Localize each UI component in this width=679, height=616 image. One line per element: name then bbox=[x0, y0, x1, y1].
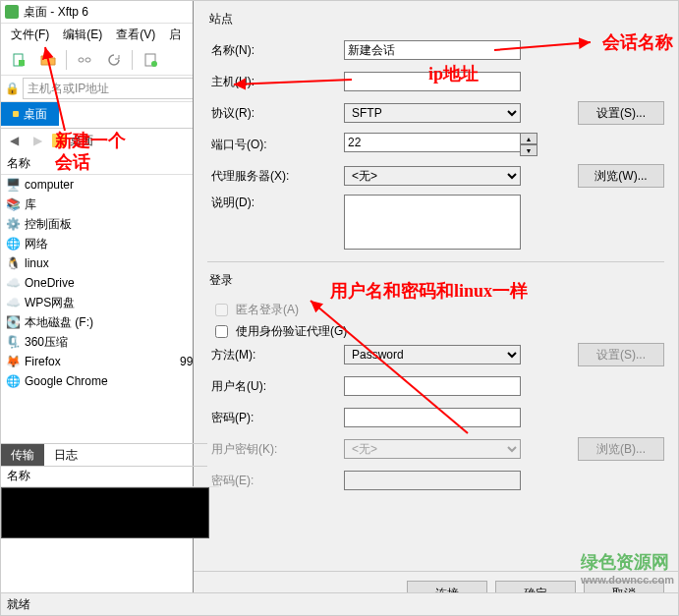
tree-item-label: Firefox bbox=[25, 355, 166, 368]
cloud-icon: ☁️ bbox=[5, 275, 21, 291]
session-dialog: 站点 名称(N): 主机(H): 协议(R):SFTP设置(S)... 端口号(… bbox=[193, 1, 678, 615]
reload-icon[interactable] bbox=[102, 48, 126, 72]
menu-edit[interactable]: 编辑(E) bbox=[57, 25, 108, 45]
tab-label: 桌面 bbox=[24, 106, 47, 123]
new-icon[interactable] bbox=[7, 48, 30, 72]
spin-up-icon[interactable]: ▲ bbox=[520, 133, 538, 144]
tree-item[interactable]: 🖥️computer bbox=[1, 175, 207, 195]
monitor-icon: 🖥️ bbox=[5, 177, 21, 193]
tree-item-label: WPS网盘 bbox=[25, 295, 166, 311]
svg-rect-3 bbox=[85, 58, 90, 62]
group-login: 登录 bbox=[209, 272, 664, 289]
browse2-button: 浏览(B)... bbox=[578, 437, 664, 461]
pass2-label: 密码(E): bbox=[207, 473, 344, 489]
agent-checkbox[interactable] bbox=[215, 325, 228, 338]
anon-label: 匿名登录(A) bbox=[236, 302, 299, 318]
name-label: 名称(N): bbox=[207, 42, 344, 59]
tree-item[interactable]: 🦊Firefox993 bbox=[1, 352, 207, 371]
port-label: 端口号(O): bbox=[207, 137, 344, 153]
menu-file[interactable]: 文件(F) bbox=[5, 25, 55, 45]
app-icon bbox=[5, 5, 19, 19]
name-input[interactable] bbox=[344, 40, 521, 60]
svg-point-5 bbox=[151, 61, 157, 67]
menu-view[interactable]: 查看(V) bbox=[110, 25, 161, 45]
svg-rect-1 bbox=[19, 60, 25, 66]
cloud2-icon: ☁️ bbox=[5, 295, 21, 310]
address-placeholder: 主机名或IP地址 bbox=[28, 81, 109, 97]
tree-item[interactable]: 🗜️360压缩 bbox=[1, 332, 207, 352]
status-text: 就绪 bbox=[7, 596, 30, 613]
port-input[interactable] bbox=[344, 133, 521, 152]
lock-icon: 🔒 bbox=[5, 82, 19, 95]
tree-item[interactable]: 🌐网络 bbox=[1, 234, 207, 253]
window-title: 桌面 - Xftp 6 bbox=[24, 4, 88, 21]
tree-item[interactable]: ⚙️控制面板 bbox=[1, 214, 207, 234]
anon-checkbox bbox=[215, 304, 228, 316]
tree-item-label: 360压缩 bbox=[25, 334, 166, 351]
tree-item-label: OneDrive bbox=[25, 276, 166, 290]
tree-item-label: computer bbox=[25, 178, 166, 192]
desktop-icon bbox=[52, 134, 66, 147]
tree-item[interactable]: 🌐Google Chrome bbox=[1, 371, 207, 391]
method-label: 方法(M): bbox=[207, 347, 344, 364]
tab-log[interactable]: 日志 bbox=[44, 444, 87, 466]
group-site: 站点 bbox=[209, 11, 664, 28]
bottom-header[interactable]: 名称 bbox=[1, 465, 219, 487]
penguin-icon: 🐧 bbox=[5, 255, 21, 271]
zip-icon: 🗜️ bbox=[5, 334, 21, 350]
back-icon[interactable]: ◀ bbox=[5, 132, 23, 149]
pass-input[interactable] bbox=[344, 408, 521, 427]
host-input[interactable] bbox=[344, 72, 521, 91]
pass2-input bbox=[344, 471, 521, 490]
net-icon: 🌐 bbox=[5, 236, 21, 252]
tab-desktop[interactable]: 桌面 bbox=[1, 102, 59, 126]
pass-label: 密码(P): bbox=[207, 410, 344, 426]
agent-label: 使用身份验证代理(G) bbox=[236, 323, 347, 340]
doc-icon[interactable] bbox=[139, 48, 162, 72]
proxy-label: 代理服务器(X): bbox=[207, 168, 344, 185]
settings2-button: 设置(S)... bbox=[578, 343, 664, 366]
panel-icon: ⚙️ bbox=[5, 216, 21, 232]
tree-item-label: 本地磁盘 (F:) bbox=[25, 314, 166, 331]
breadcrumb[interactable]: 桌面 bbox=[52, 133, 93, 149]
ukey-label: 用户密钥(K): bbox=[207, 441, 344, 458]
tree-item[interactable]: 🐧linux bbox=[1, 253, 207, 273]
proto-select[interactable]: SFTP bbox=[344, 103, 521, 123]
gc-icon: 🌐 bbox=[5, 373, 21, 389]
tree-item[interactable]: 📚库 bbox=[1, 195, 207, 214]
ff-icon: 🦊 bbox=[5, 354, 21, 369]
settings-button[interactable]: 设置(S)... bbox=[578, 101, 664, 125]
desc-input[interactable] bbox=[344, 195, 521, 250]
proto-label: 协议(R): bbox=[207, 105, 344, 122]
host-label: 主机(H): bbox=[207, 74, 344, 90]
lib-icon: 📚 bbox=[5, 196, 21, 212]
method-select[interactable]: Password bbox=[344, 345, 521, 364]
fwd-icon[interactable]: ▶ bbox=[28, 132, 46, 149]
tree-item-label: linux bbox=[25, 256, 166, 270]
breadcrumb-label: 桌面 bbox=[70, 133, 93, 149]
tree-item[interactable]: ☁️OneDrive bbox=[1, 273, 207, 293]
menu-more[interactable]: 启 bbox=[163, 25, 187, 45]
tree-item-label: 网络 bbox=[25, 236, 166, 252]
tree-item-label: 控制面板 bbox=[25, 216, 166, 233]
user-input[interactable] bbox=[344, 376, 521, 396]
desc-label: 说明(D): bbox=[207, 195, 344, 211]
disk-icon: 💽 bbox=[5, 314, 21, 330]
browse-button[interactable]: 浏览(W)... bbox=[578, 164, 664, 188]
ukey-select: <无> bbox=[344, 439, 521, 459]
tab-transfer[interactable]: 传输 bbox=[1, 444, 44, 466]
column-header[interactable]: 名称 bbox=[1, 152, 207, 175]
tab-dot-icon bbox=[13, 111, 19, 117]
proxy-select[interactable]: <无> bbox=[344, 166, 521, 186]
link-icon[interactable] bbox=[73, 48, 96, 72]
tree-item-label: Google Chrome bbox=[25, 374, 166, 388]
tree-item[interactable]: 💽本地磁盘 (F:) bbox=[1, 312, 207, 332]
open-icon[interactable] bbox=[36, 48, 60, 72]
svg-rect-2 bbox=[79, 58, 84, 62]
spin-down-icon[interactable]: ▼ bbox=[520, 144, 538, 156]
tree-item[interactable]: ☁️WPS网盘 bbox=[1, 293, 207, 312]
tree-item-label: 库 bbox=[25, 196, 166, 213]
user-label: 用户名(U): bbox=[207, 378, 344, 395]
col-name[interactable]: 名称 bbox=[1, 152, 207, 174]
preview-panel bbox=[1, 487, 209, 538]
